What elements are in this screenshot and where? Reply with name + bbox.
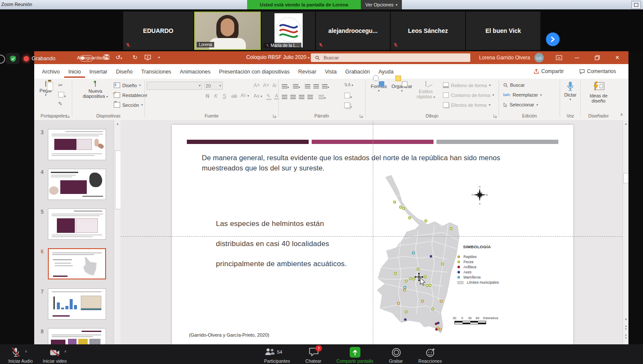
redo-button[interactable]: ↻ (133, 54, 138, 60)
tab-insertar[interactable]: Insertar (85, 65, 112, 78)
copy-button[interactable]: ▾ (58, 91, 66, 99)
slide-layout-button[interactable]: Diseño▾ (114, 82, 141, 88)
shapes-button[interactable]: Formas ▾ (369, 81, 388, 93)
minimize-window-button[interactable] (569, 51, 584, 64)
strikethrough-button[interactable]: ab (231, 93, 237, 99)
autosave-toggle[interactable] (80, 55, 93, 62)
quick-styles-button[interactable]: Estilos rápidos ▾ (416, 81, 435, 99)
align-right-button[interactable] (299, 93, 304, 101)
thumbnail-scrollbar[interactable]: ▴ (114, 120, 121, 344)
grow-font-button[interactable]: A˄ (254, 82, 260, 88)
document-title[interactable]: Coloquio RBSF Julio 2020 ▾ (237, 54, 319, 60)
encryption-shield-icon[interactable] (6, 53, 20, 64)
tab-archivo[interactable]: Archivo (38, 65, 64, 78)
scrollbar-thumb[interactable] (115, 150, 121, 209)
select-button[interactable]: Seleccionar▾ (503, 102, 538, 107)
dialog-launcher-icon[interactable] (273, 114, 277, 118)
collapse-ribbon-button[interactable]: ∧ (618, 112, 625, 119)
thumbnail-slide-3[interactable] (48, 129, 106, 160)
video-button-label[interactable]: Iniciar video (43, 358, 67, 364)
video-muted-icon[interactable] (50, 349, 60, 357)
share-screen-label[interactable]: Compartir pantalla (336, 358, 373, 364)
audio-options-chevron[interactable]: ∧ (25, 349, 27, 353)
format-painter-button[interactable]: ✎ (58, 101, 62, 107)
participant-tile-lorena-video[interactable]: Lorena (194, 12, 261, 50)
thumbnail-slide-4[interactable] (48, 169, 106, 200)
thumbnail-slide-8[interactable] (48, 328, 106, 344)
participants-icon[interactable] (264, 347, 275, 357)
align-center-button[interactable] (290, 93, 296, 101)
participant-tile-alejandro[interactable]: alejandroocegu... (316, 12, 390, 50)
ribbon-display-options-button[interactable] (552, 51, 566, 64)
columns-button[interactable]: ▾ (319, 93, 326, 101)
participant-tile-vick[interactable]: El buen Vick (466, 12, 540, 50)
font-size-combo[interactable]: 20▾ (204, 82, 223, 90)
highlight-button[interactable]: ✎ (266, 93, 271, 100)
main-scrollbar[interactable]: ▴ ▾ ▴▴ ▾▾ (622, 120, 628, 344)
shape-effects-button[interactable]: Efectos de forma▾ (443, 102, 490, 108)
search-box[interactable] (311, 53, 470, 62)
save-button[interactable] (104, 54, 109, 61)
tab-revisar[interactable]: Revisar (294, 65, 321, 78)
participant-tile-eduardo[interactable]: EDUARDO (123, 12, 193, 50)
increase-indent-button[interactable] (313, 82, 319, 90)
accent-bar-1[interactable] (187, 140, 309, 144)
participants-button-label[interactable]: Participantes (264, 358, 290, 364)
guide-vertical[interactable] (373, 122, 373, 344)
line-spacing-button[interactable]: ▾ (322, 82, 329, 90)
tab-vista[interactable]: Vista (321, 65, 341, 78)
scroll-up-button[interactable]: ▴ (623, 120, 628, 127)
text-direction-button[interactable]: ⇅A ▾ (344, 82, 353, 87)
paste-button[interactable]: Pegar ▾ (38, 81, 54, 97)
decrease-indent-button[interactable] (305, 82, 310, 90)
accent-bar-3[interactable] (437, 140, 558, 144)
next-slide-button[interactable]: ▾▾ (623, 334, 628, 341)
font-name-combo[interactable]: ▾ (147, 82, 202, 90)
bullets-button[interactable]: ▾ (282, 82, 289, 90)
thumbnail-slide-6-selected[interactable] (48, 248, 106, 279)
comments-button[interactable]: Comentarios (579, 67, 616, 76)
tab-presentacion[interactable]: Presentación con diapositivas (215, 65, 294, 78)
next-participants-button[interactable] (546, 32, 560, 46)
numbering-button[interactable]: ▾ (293, 82, 300, 90)
scroll-down-button[interactable]: ▾ (623, 316, 628, 323)
slide-text-line-1[interactable]: Las especies de helmintos están (216, 220, 324, 228)
change-case-button[interactable]: Aa ▾ (254, 93, 263, 98)
align-left-button[interactable] (282, 93, 287, 101)
restore-window-button[interactable] (590, 51, 605, 64)
dialog-launcher-icon[interactable] (66, 114, 70, 118)
view-options-button[interactable]: Ver Opciones ▾ (361, 0, 402, 9)
thumbnail-slide-5[interactable] (48, 208, 106, 240)
tab-transiciones[interactable]: Transiciones (137, 65, 175, 78)
chat-button-label[interactable]: Chatear (305, 358, 321, 364)
thumbnail-slide-7[interactable] (48, 288, 106, 320)
new-slide-button[interactable]: + Nueva diapositiva ▾ (82, 81, 109, 99)
design-ideas-button[interactable]: Ideas de diseño (581, 81, 616, 103)
account-user-name[interactable]: Lorena Garrido Olvera (462, 55, 530, 61)
share-document-button[interactable]: Compartir (534, 67, 564, 76)
mic-muted-icon[interactable] (11, 347, 21, 358)
section-button[interactable]: Sección▾ (114, 102, 143, 108)
underline-button[interactable]: S (223, 93, 226, 99)
close-window-button[interactable]: × (610, 51, 625, 64)
avatar[interactable]: LG (534, 53, 544, 62)
slide-text-line-3[interactable]: principalmente de ambientes acuáticos. (216, 260, 347, 268)
scroll-up-button[interactable]: ▴ (115, 120, 121, 127)
reset-slide-button[interactable]: ↺ Restablecer (114, 92, 147, 98)
arrange-button[interactable]: Organizar ▾ (390, 81, 414, 93)
record-button-label[interactable]: Grabar (389, 358, 403, 364)
slide-text-line-2[interactable]: distribuidas en casi 40 localidades (216, 240, 329, 248)
clear-format-button[interactable]: A̷ (272, 82, 276, 88)
cut-button[interactable]: ✂ (58, 82, 63, 88)
search-input[interactable] (323, 55, 410, 61)
start-slideshow-button[interactable] (145, 55, 151, 61)
smartart-button[interactable]: ▾ (344, 102, 352, 110)
dialog-launcher-icon[interactable] (360, 114, 363, 118)
reactions-button-label[interactable]: Reacciones (419, 358, 442, 364)
italic-button[interactable]: K (214, 93, 218, 99)
share-screen-button[interactable] (350, 347, 360, 358)
slide-citation[interactable]: (Garrido-Olvera y García-Prieto, 2020) (189, 332, 269, 338)
participant-tile-maria[interactable]: María de la L... (262, 12, 315, 50)
tab-inicio[interactable]: Inicio (64, 65, 85, 78)
customize-toolbar-button[interactable]: ▾ (158, 56, 160, 59)
